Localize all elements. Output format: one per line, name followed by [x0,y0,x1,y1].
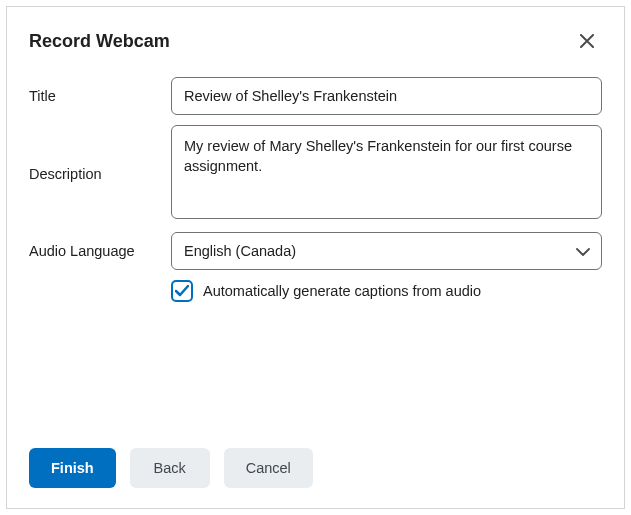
language-select[interactable]: English (Canada) [171,232,602,270]
language-label: Audio Language [29,243,171,259]
form-body: Title Description My review of Mary Shel… [29,77,602,448]
dialog-title: Record Webcam [29,31,170,52]
check-icon [175,285,189,297]
dialog-header: Record Webcam [29,27,602,55]
captions-checkbox[interactable] [171,280,193,302]
title-row: Title [29,77,602,115]
description-row: Description My review of Mary Shelley's … [29,125,602,222]
captions-row: Automatically generate captions from aud… [171,280,602,302]
back-button[interactable]: Back [130,448,210,488]
record-webcam-dialog: Record Webcam Title Description My revie… [6,6,625,509]
close-icon [580,30,594,52]
description-input[interactable]: My review of Mary Shelley's Frankenstein… [171,125,602,219]
close-button[interactable] [572,27,602,55]
cancel-button[interactable]: Cancel [224,448,313,488]
finish-button[interactable]: Finish [29,448,116,488]
title-label: Title [29,88,171,104]
language-row: Audio Language English (Canada) [29,232,602,270]
title-input[interactable] [171,77,602,115]
description-label: Description [29,166,171,182]
captions-label[interactable]: Automatically generate captions from aud… [203,283,481,299]
dialog-footer: Finish Back Cancel [29,448,602,488]
